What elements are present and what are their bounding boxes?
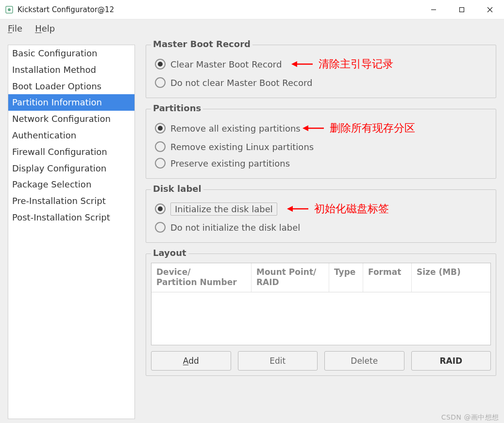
edit-button[interactable]: Edit xyxy=(238,351,318,371)
annotation-mbr: 清除主引导记录 xyxy=(319,57,393,71)
sidebar-item-post-installation-script[interactable]: Post-Installation Script xyxy=(8,209,134,226)
radio-icon xyxy=(155,141,166,152)
col-size[interactable]: Size (MB) xyxy=(412,263,490,292)
radio-preserve[interactable]: Preserve existing partitions xyxy=(154,155,488,171)
radio-icon xyxy=(155,77,166,88)
window-controls xyxy=(420,0,504,19)
col-type[interactable]: Type xyxy=(329,263,363,292)
group-layout: Layout Device/Partition Number Mount Poi… xyxy=(146,254,496,376)
menu-file[interactable]: File xyxy=(8,23,22,34)
titlebar: Kickstart Configurator@12 xyxy=(0,0,504,19)
col-device[interactable]: Device/Partition Number xyxy=(151,263,252,292)
arrow-left-icon xyxy=(291,60,314,68)
radio-clear-mbr[interactable]: Clear Master Boot Record 清除主引导记录 xyxy=(154,54,488,74)
menu-help-rest: elp xyxy=(42,23,55,34)
arrow-left-icon xyxy=(287,204,309,213)
group-mbr: Master Boot Record Clear Master Boot Rec… xyxy=(146,45,496,98)
sidebar-item-package-selection[interactable]: Package Selection xyxy=(8,176,134,193)
sidebar-item-pre-installation-script[interactable]: Pre-Installation Script xyxy=(8,193,134,209)
table-header: Device/Partition Number Mount Point/RAID… xyxy=(151,263,490,292)
client-area: Basic Configuration Installation Method … xyxy=(0,37,504,423)
sidebar: Basic Configuration Installation Method … xyxy=(8,45,135,419)
radio-icon xyxy=(155,222,166,233)
radio-remove-all[interactable]: Remove all existing partitions 删除所有现存分区 xyxy=(154,118,488,138)
radio-icon xyxy=(155,59,166,69)
main-panel: Master Boot Record Clear Master Boot Rec… xyxy=(135,45,496,419)
radio-icon xyxy=(155,123,166,134)
radio-icon xyxy=(155,203,166,214)
radio-init-disk-label-label: Initialize the disk label xyxy=(170,203,277,216)
raid-button[interactable]: RAID xyxy=(411,351,491,371)
group-disklabel: Disk label Initialize the disk label 初始化… xyxy=(146,189,496,243)
app-icon xyxy=(5,5,14,14)
layout-table[interactable]: Device/Partition Number Mount Point/RAID… xyxy=(151,263,491,345)
annotation-disklabel: 初始化磁盘标签 xyxy=(314,202,389,216)
group-layout-legend: Layout xyxy=(151,248,188,258)
radio-remove-all-label: Remove all existing partitions xyxy=(170,123,301,134)
radio-remove-linux[interactable]: Remove existing Linux partitions xyxy=(154,138,488,155)
menu-file-rest: ile xyxy=(12,23,22,34)
sidebar-item-basic-configuration[interactable]: Basic Configuration xyxy=(8,45,134,62)
col-format[interactable]: Format xyxy=(363,263,412,292)
sidebar-item-display-configuration[interactable]: Display Configuration xyxy=(8,160,134,177)
add-button[interactable]: Add xyxy=(151,351,231,371)
svg-point-1 xyxy=(8,8,11,11)
sidebar-item-installation-method[interactable]: Installation Method xyxy=(8,62,134,78)
svg-marker-7 xyxy=(291,61,297,67)
annotation-partitions: 删除所有现存分区 xyxy=(330,121,415,135)
menu-help[interactable]: Help xyxy=(35,23,55,34)
radio-dont-init-disk-label-label: Do not initialize the disk label xyxy=(170,222,300,233)
svg-marker-11 xyxy=(287,206,293,212)
svg-marker-9 xyxy=(302,125,308,131)
group-mbr-legend: Master Boot Record xyxy=(151,39,252,49)
maximize-button[interactable] xyxy=(448,0,476,19)
col-mount[interactable]: Mount Point/RAID xyxy=(252,263,329,292)
group-partitions-legend: Partitions xyxy=(151,103,203,113)
radio-remove-linux-label: Remove existing Linux partitions xyxy=(170,142,314,152)
delete-button[interactable]: Delete xyxy=(324,351,404,371)
radio-dont-init-disk-label[interactable]: Do not initialize the disk label xyxy=(154,219,488,236)
sidebar-item-boot-loader-options[interactable]: Boot Loader Options xyxy=(8,78,134,95)
arrow-left-icon xyxy=(302,124,325,133)
radio-dont-clear-mbr-label: Do not clear Master Boot Record xyxy=(170,78,312,88)
radio-init-disk-label[interactable]: Initialize the disk label 初始化磁盘标签 xyxy=(154,199,488,219)
radio-clear-mbr-label: Clear Master Boot Record xyxy=(170,59,282,69)
sidebar-item-partition-information[interactable]: Partition Information xyxy=(8,94,134,111)
layout-buttons: Add Edit Delete RAID xyxy=(151,351,491,371)
group-disklabel-legend: Disk label xyxy=(151,184,203,194)
radio-preserve-label: Preserve existing partitions xyxy=(170,158,290,169)
group-partitions: Partitions Remove all existing partition… xyxy=(146,109,496,179)
minimize-button[interactable] xyxy=(420,0,448,19)
menubar: File Help xyxy=(0,19,504,37)
radio-icon xyxy=(155,158,166,169)
close-button[interactable] xyxy=(476,0,504,19)
sidebar-item-firewall-configuration[interactable]: Firewall Configuration xyxy=(8,144,134,160)
radio-dont-clear-mbr[interactable]: Do not clear Master Boot Record xyxy=(154,74,488,91)
svg-rect-3 xyxy=(460,8,464,12)
sidebar-item-network-configuration[interactable]: Network Configuration xyxy=(8,111,134,127)
sidebar-item-authentication[interactable]: Authentication xyxy=(8,127,134,144)
window-title: Kickstart Configurator@12 xyxy=(17,5,114,14)
